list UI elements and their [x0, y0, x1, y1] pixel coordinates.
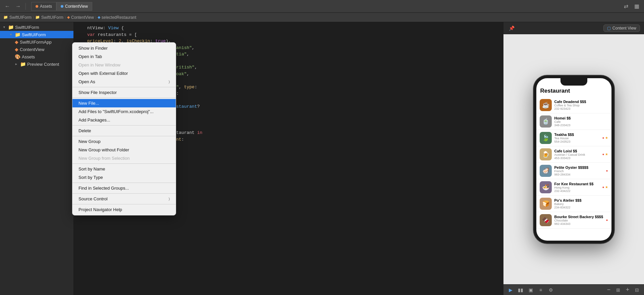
restaurant-type: French: [554, 169, 603, 173]
tab-dot-contentview: [61, 5, 63, 8]
restaurant-list-item[interactable]: 🍺Cafe Loisl $$Austrian / Casual Drink453…: [536, 146, 611, 163]
menu-item-project-navigator-help[interactable]: Project Navigator Help: [72, 205, 176, 214]
restaurant-list-item[interactable]: 🍵Homei $$Cafe348-233423: [536, 113, 611, 130]
restaurant-name: Bourke Street Backery $$$$: [554, 215, 603, 219]
restaurant-type: Bakery: [554, 202, 605, 206]
menu-sep-3: [72, 125, 176, 126]
menu-sep-5: [72, 163, 176, 164]
restaurant-avatar: 🍫: [540, 214, 552, 226]
menu-sep-1: [72, 87, 176, 87]
menu-item-sort-by-type[interactable]: Sort by Type: [72, 173, 176, 182]
sidebar-item-swiftuiform-root[interactable]: ▼ 📁 SwiftUIForm: [0, 31, 73, 38]
star-icon: ★: [605, 152, 608, 156]
menu-item-open-in-tab[interactable]: Open in Tab: [72, 52, 176, 61]
folder-icon: 📁: [8, 24, 14, 30]
zoom-controls: − ⊞ + ⊟: [604, 286, 641, 294]
preview-body: Restaurant ☕Cafe Deadend $$$Coffee & Tea…: [503, 34, 644, 284]
breadcrumb-icon-2: ◆: [67, 15, 70, 19]
menu-item-show-in-finder[interactable]: Show in Finder: [72, 44, 176, 52]
layout-icon[interactable]: ▦: [632, 2, 641, 11]
toolbar-sep-1: [25, 3, 26, 10]
editor-tabs: Assets ContentView: [31, 2, 92, 11]
menu-item-add-packages[interactable]: Add Packages...: [72, 116, 176, 124]
sidebar-item-preview-content[interactable]: ► 📁 Preview Content: [0, 60, 73, 68]
play-button[interactable]: ▶: [506, 286, 515, 294]
restaurant-name: Po's Atelier $$$: [554, 198, 605, 202]
restaurant-list-item[interactable]: ☕Cafe Deadend $$$Coffee & Tea Shop232-92…: [536, 97, 611, 113]
restaurant-type: Cafe: [554, 120, 605, 124]
breadcrumb-sep-2: 〉: [95, 15, 96, 19]
list-button[interactable]: ≡: [536, 286, 545, 294]
restaurant-avatar: 🍃: [540, 132, 552, 144]
restaurant-list-item[interactable]: 🦪Petite Oyster $$$$$French983-284334●: [536, 163, 611, 179]
menu-item-sort-by-name[interactable]: Sort by Name: [72, 165, 176, 173]
restaurant-list-item[interactable]: 🍞Po's Atelier $$$Bakery234-834322: [536, 196, 611, 212]
assets-icon: 🎨: [15, 54, 20, 59]
menu-item-new-group-without-folder[interactable]: New Group without Folder: [72, 146, 176, 154]
menu-sep-6: [72, 183, 176, 183]
restaurant-info: Cafe Loisl $$Austrian / Casual Drink453-…: [554, 149, 600, 160]
sidebar-item-swiftuiform[interactable]: ▼ 📁 SwiftUIForm: [0, 23, 73, 31]
pause-button[interactable]: ▮▮: [516, 286, 525, 294]
menu-item-new-file[interactable]: New File...: [72, 99, 176, 107]
restaurant-badges: ●★: [602, 185, 608, 189]
zoom-out-button[interactable]: −: [604, 286, 613, 294]
restaurant-type: Tea House: [554, 137, 600, 140]
swift-icon-cv: ◆: [15, 47, 18, 52]
menu-sep-7: [72, 193, 176, 194]
chevron-icon: ▼: [3, 26, 7, 29]
breadcrumb-item-0[interactable]: 📁 SwiftUIForm: [3, 15, 32, 20]
menu-item-show-file-inspector[interactable]: Show File Inspector: [72, 88, 176, 97]
menu-item-open-with-external-editor[interactable]: Open with External Editor: [72, 69, 176, 78]
restaurant-list-item[interactable]: 🍫Bourke Street Backery $$$$Chocolate982-…: [536, 212, 611, 229]
restaurant-avatar: 🦪: [540, 165, 552, 177]
sidebar-item-contentview[interactable]: ◆ ContentView: [0, 46, 73, 53]
context-menu: Show in Finder Open in Tab Open in New W…: [72, 42, 176, 215]
submenu-arrow-source-control: 〉: [169, 197, 170, 201]
settings-button[interactable]: ⚙: [546, 286, 555, 294]
menu-item-find-in-selected-groups[interactable]: Find in Selected Groups...: [72, 184, 176, 192]
toolbar-nav-forward[interactable]: →: [13, 2, 23, 11]
grid-button[interactable]: ▣: [526, 286, 535, 294]
tab-contentview[interactable]: ContentView: [56, 2, 92, 11]
breadcrumb-item-1[interactable]: 📁 SwiftUIForm: [35, 15, 63, 20]
restaurant-avatar: ☕: [540, 99, 552, 111]
restaurant-info: Teakha $$$Tea House554-243523: [554, 133, 600, 143]
tab-assets[interactable]: Assets: [31, 2, 56, 11]
menu-item-new-group[interactable]: New Group: [72, 137, 176, 146]
submenu-arrow-open-as: 〉: [169, 80, 170, 84]
breadcrumb-sep-1: 〉: [65, 15, 66, 19]
restaurant-info: Homei $$Cafe348-233423: [554, 116, 605, 127]
zoom-in-button[interactable]: +: [623, 286, 632, 294]
restaurant-phone: 348-233423: [554, 124, 605, 127]
toolbar-nav-back[interactable]: ←: [3, 2, 12, 11]
zoom-reset-button[interactable]: ⊟: [633, 286, 641, 294]
main-area: ▼ 📁 SwiftUIForm ▼ 📁 SwiftUIForm ◆ SwiftU…: [0, 22, 644, 295]
restaurant-badges: ●: [606, 169, 608, 173]
breadcrumb-item-3[interactable]: ◆ selectedRestaurant: [98, 15, 136, 20]
menu-sep-4: [72, 136, 176, 136]
code-line: var restaurants = [: [74, 32, 503, 38]
restaurant-list-item[interactable]: 🍜For Kee Restaurant $$Hong Kong232-43422…: [536, 179, 611, 196]
breadcrumb-sep-0: 〉: [33, 15, 34, 19]
breadcrumb-item-2[interactable]: ◆ ContentView: [67, 15, 94, 20]
restaurant-name: Teakha $$$: [554, 133, 600, 137]
preview-panel: 📌 ▢ Content View Restaurant ☕Cafe Deaden…: [503, 22, 644, 295]
restaurant-type: Coffee & Tea Shop: [554, 104, 605, 107]
restaurant-name: For Kee Restaurant $$: [554, 182, 600, 186]
pin-button[interactable]: 📌: [507, 24, 516, 32]
menu-item-source-control[interactable]: Source Control 〉: [72, 195, 176, 203]
menu-item-delete[interactable]: Delete: [72, 127, 176, 135]
iphone-mockup: Restaurant ☕Cafe Deadend $$$Coffee & Tea…: [534, 76, 614, 243]
menu-item-open-as[interactable]: Open As 〉: [72, 78, 176, 86]
restaurant-list-item[interactable]: 🍃Teakha $$$Tea House554-243523●★: [536, 130, 611, 146]
zoom-fit-button[interactable]: ⊞: [614, 286, 623, 294]
restaurant-avatar: 🍜: [540, 181, 552, 193]
sidebar-item-swiftuiformapp[interactable]: ◆ SwiftUIFormApp: [0, 38, 73, 46]
content-view-button[interactable]: ▢ Content View: [603, 24, 640, 32]
split-editor-icon[interactable]: ⇄: [621, 2, 631, 11]
badge-icon: ●: [606, 169, 608, 173]
restaurant-phone: 554-243523: [554, 140, 600, 143]
sidebar-item-assets[interactable]: 🎨 Assets: [0, 53, 73, 60]
menu-item-add-files[interactable]: Add Files to "SwiftUIForm.xcodeproj"...: [72, 107, 176, 116]
